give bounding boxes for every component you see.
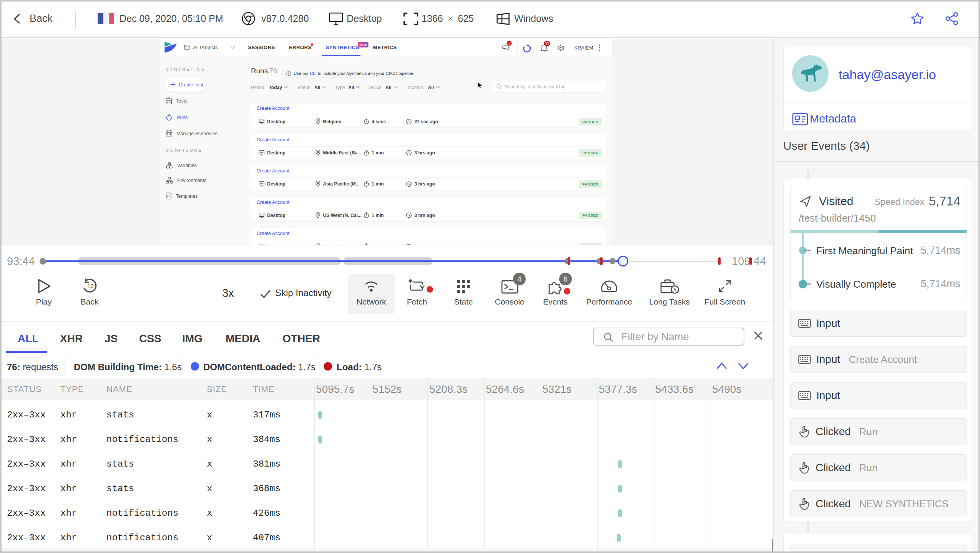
svg-text:10: 10	[87, 283, 94, 289]
